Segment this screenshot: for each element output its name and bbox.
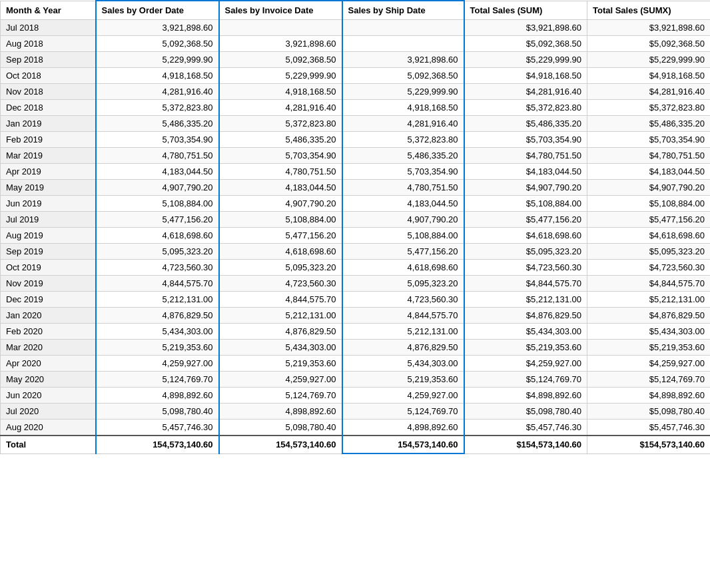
cell-invoice: 5,212,131.00 xyxy=(219,308,342,324)
footer-invoice: 154,573,140.60 xyxy=(219,436,342,453)
cell-sum: $5,212,131.00 xyxy=(464,292,587,308)
cell-sum: $5,434,303.00 xyxy=(464,324,587,340)
cell-order: 5,092,368.50 xyxy=(96,36,219,52)
cell-ship: 4,907,790.20 xyxy=(342,212,464,228)
table-row: Jun 20204,898,892.605,124,769.704,259,92… xyxy=(1,388,711,404)
cell-sum: $5,108,884.00 xyxy=(464,196,587,212)
cell-sumx: $5,229,999.90 xyxy=(587,52,711,68)
cell-ship: 5,477,156.20 xyxy=(342,244,464,260)
cell-order: 4,780,751.50 xyxy=(96,148,219,164)
footer-label: Total xyxy=(1,436,96,453)
cell-month: Dec 2018 xyxy=(1,100,96,116)
cell-sum: $4,618,698.60 xyxy=(464,228,587,244)
cell-sumx: $5,212,131.00 xyxy=(587,292,711,308)
cell-month: Nov 2018 xyxy=(1,84,96,100)
table-row: Feb 20195,703,354.905,486,335.205,372,82… xyxy=(1,132,711,148)
cell-order: 4,844,575.70 xyxy=(96,276,219,292)
cell-ship: 5,229,999.90 xyxy=(342,84,464,100)
table-row: Dec 20185,372,823.804,281,916.404,918,16… xyxy=(1,100,711,116)
cell-order: 3,921,898.60 xyxy=(96,20,219,36)
table-row: Jul 20183,921,898.60$3,921,898.60$3,921,… xyxy=(1,20,711,36)
table-row: Aug 20194,618,698.605,477,156.205,108,88… xyxy=(1,228,711,244)
cell-sumx: $5,098,780.40 xyxy=(587,404,711,420)
cell-month: Sep 2019 xyxy=(1,244,96,260)
cell-ship: 4,898,892.60 xyxy=(342,420,464,436)
table-row: May 20194,907,790.204,183,044.504,780,75… xyxy=(1,180,711,196)
cell-sumx: $4,844,575.70 xyxy=(587,276,711,292)
cell-month: May 2020 xyxy=(1,372,96,388)
header-row: Month & Year Sales by Order Date Sales b… xyxy=(1,1,711,20)
cell-ship xyxy=(342,20,464,36)
cell-order: 5,124,769.70 xyxy=(96,372,219,388)
header-invoice-date[interactable]: Sales by Invoice Date xyxy=(219,1,342,20)
cell-invoice: 3,921,898.60 xyxy=(219,36,342,52)
cell-order: 5,098,780.40 xyxy=(96,404,219,420)
table-row: Aug 20205,457,746.305,098,780.404,898,89… xyxy=(1,420,711,436)
cell-invoice: 5,434,303.00 xyxy=(219,340,342,356)
cell-order: 5,486,335.20 xyxy=(96,116,219,132)
cell-invoice: 4,281,916.40 xyxy=(219,100,342,116)
header-total-sum[interactable]: Total Sales (SUM) xyxy=(464,1,587,20)
cell-invoice: 5,372,823.80 xyxy=(219,116,342,132)
cell-sum: $5,703,354.90 xyxy=(464,132,587,148)
cell-sum: $5,229,999.90 xyxy=(464,52,587,68)
cell-month: Nov 2019 xyxy=(1,276,96,292)
cell-order: 4,259,927.00 xyxy=(96,356,219,372)
cell-sum: $5,098,780.40 xyxy=(464,404,587,420)
cell-ship: 5,095,323.20 xyxy=(342,276,464,292)
header-order-date[interactable]: Sales by Order Date xyxy=(96,1,219,20)
cell-ship: 4,259,927.00 xyxy=(342,388,464,404)
cell-sumx: $4,907,790.20 xyxy=(587,180,711,196)
cell-invoice: 5,108,884.00 xyxy=(219,212,342,228)
header-ship-date[interactable]: Sales by Ship Date xyxy=(342,1,464,20)
table-row: Apr 20204,259,927.005,219,353.605,434,30… xyxy=(1,356,711,372)
cell-invoice: 4,918,168.50 xyxy=(219,84,342,100)
cell-ship: 4,183,044.50 xyxy=(342,196,464,212)
cell-order: 5,219,353.60 xyxy=(96,340,219,356)
cell-month: Oct 2019 xyxy=(1,260,96,276)
cell-order: 5,372,823.80 xyxy=(96,100,219,116)
cell-month: Aug 2018 xyxy=(1,36,96,52)
cell-sumx: $5,095,323.20 xyxy=(587,244,711,260)
table-row: Sep 20195,095,323.204,618,698.605,477,15… xyxy=(1,244,711,260)
cell-sumx: $3,921,898.60 xyxy=(587,20,711,36)
cell-sumx: $5,092,368.50 xyxy=(587,36,711,52)
cell-sum: $5,372,823.80 xyxy=(464,100,587,116)
cell-invoice: 5,703,354.90 xyxy=(219,148,342,164)
cell-sumx: $5,372,823.80 xyxy=(587,100,711,116)
cell-order: 5,434,303.00 xyxy=(96,324,219,340)
cell-invoice: 5,098,780.40 xyxy=(219,420,342,436)
cell-sum: $5,477,156.20 xyxy=(464,212,587,228)
cell-ship: 5,212,131.00 xyxy=(342,324,464,340)
cell-month: Apr 2020 xyxy=(1,356,96,372)
cell-month: Sep 2018 xyxy=(1,52,96,68)
cell-sumx: $4,780,751.50 xyxy=(587,148,711,164)
cell-month: Feb 2020 xyxy=(1,324,96,340)
cell-invoice: 4,723,560.30 xyxy=(219,276,342,292)
sales-table: Month & Year Sales by Order Date Sales b… xyxy=(0,0,710,454)
cell-order: 5,703,354.90 xyxy=(96,132,219,148)
cell-invoice: 4,844,575.70 xyxy=(219,292,342,308)
table-row: Oct 20194,723,560.305,095,323.204,618,69… xyxy=(1,260,711,276)
cell-sum: $4,259,927.00 xyxy=(464,356,587,372)
cell-order: 5,457,746.30 xyxy=(96,420,219,436)
table-row: Dec 20195,212,131.004,844,575.704,723,56… xyxy=(1,292,711,308)
header-total-sumx[interactable]: Total Sales (SUMX) xyxy=(587,1,711,20)
cell-ship: 4,918,168.50 xyxy=(342,100,464,116)
cell-month: Aug 2019 xyxy=(1,228,96,244)
cell-sum: $5,219,353.60 xyxy=(464,340,587,356)
table-row: Oct 20184,918,168.505,229,999.905,092,36… xyxy=(1,68,711,84)
cell-order: 4,723,560.30 xyxy=(96,260,219,276)
cell-month: Jun 2020 xyxy=(1,388,96,404)
cell-month: Jun 2019 xyxy=(1,196,96,212)
cell-month: Jan 2020 xyxy=(1,308,96,324)
cell-ship: 5,486,335.20 xyxy=(342,148,464,164)
cell-sumx: $4,876,829.50 xyxy=(587,308,711,324)
cell-sum: $3,921,898.60 xyxy=(464,20,587,36)
header-month-year[interactable]: Month & Year xyxy=(1,1,96,20)
cell-month: Jul 2018 xyxy=(1,20,96,36)
table-row: Sep 20185,229,999.905,092,368.503,921,89… xyxy=(1,52,711,68)
cell-sumx: $4,259,927.00 xyxy=(587,356,711,372)
cell-month: Apr 2019 xyxy=(1,164,96,180)
cell-sum: $4,907,790.20 xyxy=(464,180,587,196)
